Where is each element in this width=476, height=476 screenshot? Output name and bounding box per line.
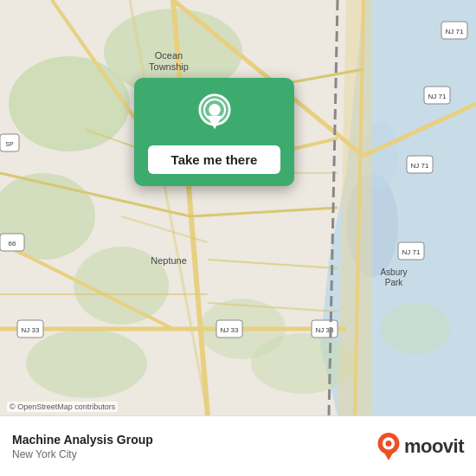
- moovit-brand-text: moovit: [404, 435, 464, 458]
- map-view: NJ 71 NJ 71 NJ 71 NJ 71 NJ 33 NJ 33 NJ 3…: [0, 0, 476, 415]
- moovit-pin-icon: [376, 433, 401, 460]
- svg-point-57: [209, 104, 221, 116]
- svg-point-9: [26, 329, 147, 398]
- moovit-logo: moovit: [376, 433, 464, 460]
- svg-text:66: 66: [9, 240, 16, 248]
- svg-text:Park: Park: [385, 278, 404, 287]
- svg-text:NJ 33: NJ 33: [221, 326, 239, 334]
- svg-text:SP: SP: [5, 141, 14, 147]
- svg-text:NJ 33: NJ 33: [22, 326, 40, 334]
- map-attribution: © OpenStreetMap contributors: [7, 402, 118, 412]
- location-info: Machine Analysis Group New York City: [12, 433, 153, 460]
- svg-point-62: [385, 440, 391, 446]
- svg-text:Neptune: Neptune: [151, 255, 187, 266]
- svg-point-11: [381, 303, 450, 355]
- navigation-popup[interactable]: Take me there: [134, 78, 294, 186]
- svg-text:Ocean: Ocean: [155, 50, 183, 61]
- svg-text:NJ 71: NJ 71: [446, 28, 464, 35]
- svg-text:NJ 71: NJ 71: [411, 162, 429, 170]
- svg-text:NJ 71: NJ 71: [402, 248, 421, 256]
- location-name: Machine Analysis Group: [12, 433, 153, 447]
- bottom-info-bar: Machine Analysis Group New York City moo…: [0, 415, 476, 476]
- take-me-there-button[interactable]: Take me there: [148, 145, 280, 174]
- svg-marker-63: [383, 451, 394, 460]
- location-city: New York City: [12, 448, 153, 460]
- location-pin-icon: [194, 93, 235, 135]
- svg-text:Asbury: Asbury: [380, 267, 407, 277]
- svg-text:NJ 71: NJ 71: [428, 93, 447, 100]
- svg-text:Township: Township: [149, 61, 189, 72]
